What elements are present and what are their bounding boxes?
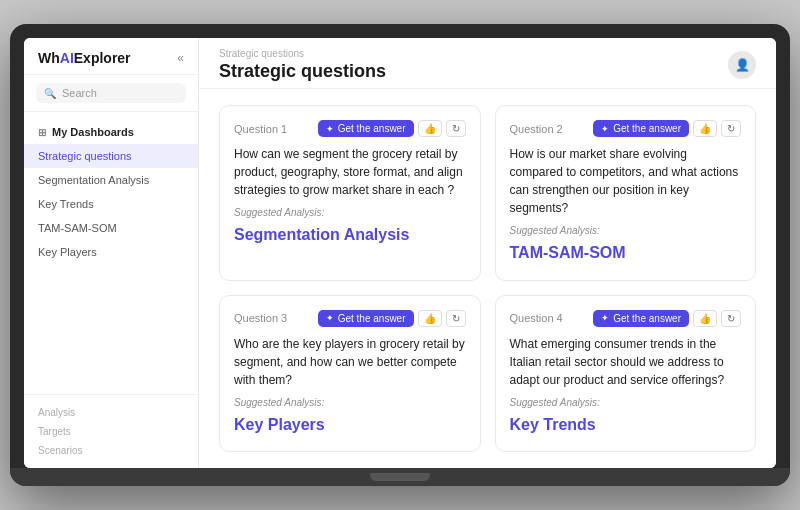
sidebar-nav: ⊞My DashboardsStrategic questionsSegment…	[24, 112, 198, 394]
nav-icon-my-dashboards: ⊞	[38, 127, 46, 138]
question-text-1: How can we segment the grocery retail by…	[234, 145, 466, 199]
sidebar-bottom: AnalysisTargetsScenarios	[24, 394, 198, 468]
question-card-4: Question 4✦ Get the answer👍↻What emergin…	[495, 295, 757, 453]
question-text-3: Who are the key players in grocery retai…	[234, 335, 466, 389]
nav-label-key-trends: Key Trends	[38, 198, 94, 210]
sidebar: WhAIExplorer « 🔍 Search ⊞My DashboardsSt…	[24, 38, 199, 468]
like-btn-2[interactable]: 👍	[693, 120, 717, 137]
sidebar-logo: WhAIExplorer «	[24, 38, 198, 75]
btn-sparkle-icon: ✦	[601, 124, 609, 134]
question-card-2: Question 2✦ Get the answer👍↻How is our m…	[495, 105, 757, 281]
btn-sparkle-icon: ✦	[326, 124, 334, 134]
laptop-screen: WhAIExplorer « 🔍 Search ⊞My DashboardsSt…	[24, 38, 776, 468]
main-content: Strategic questions Strategic questions …	[199, 38, 776, 468]
sidebar-bottom-targets[interactable]: Targets	[38, 422, 184, 441]
question-card-1: Question 1✦ Get the answer👍↻How can we s…	[219, 105, 481, 281]
get-answer-btn-4[interactable]: ✦ Get the answer	[593, 310, 689, 327]
get-answer-btn-3[interactable]: ✦ Get the answer	[318, 310, 414, 327]
nav-label-strategic-questions: Strategic questions	[38, 150, 132, 162]
card-header-3: Question 3✦ Get the answer👍↻	[234, 310, 466, 327]
user-avatar[interactable]: 👤	[728, 51, 756, 79]
refresh-btn-2[interactable]: ↻	[721, 120, 741, 137]
search-box[interactable]: 🔍 Search	[36, 83, 186, 103]
suggested-label-1: Suggested Analysis:	[234, 207, 466, 218]
refresh-btn-4[interactable]: ↻	[721, 310, 741, 327]
card-actions-1: ✦ Get the answer👍↻	[318, 120, 466, 137]
page-title: Strategic questions	[219, 61, 386, 82]
laptop-frame: WhAIExplorer « 🔍 Search ⊞My DashboardsSt…	[10, 24, 790, 486]
btn-sparkle-icon: ✦	[601, 313, 609, 323]
question-label-3: Question 3	[234, 312, 287, 324]
card-actions-2: ✦ Get the answer👍↻	[593, 120, 741, 137]
breadcrumb: Strategic questions	[219, 48, 386, 59]
card-header-4: Question 4✦ Get the answer👍↻	[510, 310, 742, 327]
card-header-1: Question 1✦ Get the answer👍↻	[234, 120, 466, 137]
logo-text: WhAIExplorer	[38, 50, 131, 66]
breadcrumb-area: Strategic questions Strategic questions	[219, 48, 386, 82]
sidebar-item-key-players[interactable]: Key Players	[24, 240, 198, 264]
question-label-4: Question 4	[510, 312, 563, 324]
card-actions-3: ✦ Get the answer👍↻	[318, 310, 466, 327]
question-text-4: What emerging consumer trends in the Ita…	[510, 335, 742, 389]
refresh-btn-1[interactable]: ↻	[446, 120, 466, 137]
sidebar-search: 🔍 Search	[24, 75, 198, 112]
question-label-2: Question 2	[510, 123, 563, 135]
sidebar-item-segmentation-analysis[interactable]: Segmentation Analysis	[24, 168, 198, 192]
suggested-label-3: Suggested Analysis:	[234, 397, 466, 408]
sidebar-bottom-scenarios[interactable]: Scenarios	[38, 441, 184, 460]
question-text-2: How is our market share evolving compare…	[510, 145, 742, 217]
logo-chevron-icon: «	[177, 51, 184, 65]
like-btn-1[interactable]: 👍	[418, 120, 442, 137]
nav-label-key-players: Key Players	[38, 246, 97, 258]
nav-label-segmentation-analysis: Segmentation Analysis	[38, 174, 149, 186]
search-placeholder: Search	[62, 87, 97, 99]
question-label-1: Question 1	[234, 123, 287, 135]
nav-label-my-dashboards: My Dashboards	[52, 126, 134, 138]
main-header: Strategic questions Strategic questions …	[199, 38, 776, 89]
btn-sparkle-icon: ✦	[326, 313, 334, 323]
laptop-base	[10, 468, 790, 486]
nav-label-tam-sam-som: TAM-SAM-SOM	[38, 222, 117, 234]
like-btn-4[interactable]: 👍	[693, 310, 717, 327]
get-answer-btn-1[interactable]: ✦ Get the answer	[318, 120, 414, 137]
suggested-label-4: Suggested Analysis:	[510, 397, 742, 408]
cards-grid: Question 1✦ Get the answer👍↻How can we s…	[199, 89, 776, 468]
sidebar-item-my-dashboards[interactable]: ⊞My Dashboards	[24, 120, 198, 144]
analysis-title-3: Key Players	[234, 416, 466, 434]
suggested-label-2: Suggested Analysis:	[510, 225, 742, 236]
laptop-notch	[370, 473, 430, 481]
sidebar-item-tam-sam-som[interactable]: TAM-SAM-SOM	[24, 216, 198, 240]
sidebar-bottom-analysis[interactable]: Analysis	[38, 403, 184, 422]
get-answer-btn-2[interactable]: ✦ Get the answer	[593, 120, 689, 137]
analysis-title-4: Key Trends	[510, 416, 742, 434]
analysis-title-2: TAM-SAM-SOM	[510, 244, 742, 262]
user-icon: 👤	[735, 58, 750, 72]
refresh-btn-3[interactable]: ↻	[446, 310, 466, 327]
question-card-3: Question 3✦ Get the answer👍↻Who are the …	[219, 295, 481, 453]
sidebar-item-key-trends[interactable]: Key Trends	[24, 192, 198, 216]
search-icon: 🔍	[44, 88, 56, 99]
analysis-title-1: Segmentation Analysis	[234, 226, 466, 244]
card-header-2: Question 2✦ Get the answer👍↻	[510, 120, 742, 137]
card-actions-4: ✦ Get the answer👍↻	[593, 310, 741, 327]
like-btn-3[interactable]: 👍	[418, 310, 442, 327]
sidebar-item-strategic-questions[interactable]: Strategic questions	[24, 144, 198, 168]
